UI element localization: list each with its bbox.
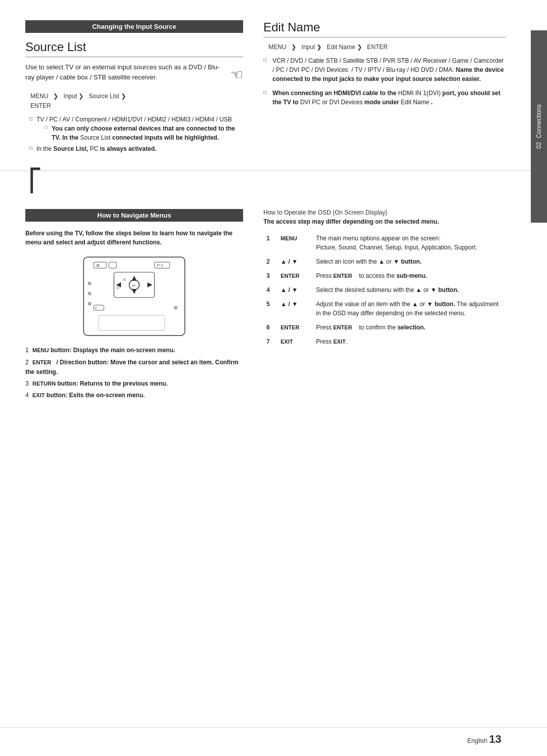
edit-name-menu-path: MENU ❯ Input ❯ Edit Name ❯ ENTER	[263, 43, 505, 52]
osd-column: How to Operate the OSD (On Screen Displa…	[263, 209, 505, 712]
svg-text:⊠: ⊠	[88, 291, 92, 296]
step-6-key: ENTER	[278, 320, 313, 334]
hand-icon: ☜	[230, 64, 243, 86]
step-2-key: ▲ / ▼	[278, 255, 313, 269]
svg-marker-8	[147, 282, 152, 287]
svg-text:⊠: ⊠	[88, 281, 92, 286]
instruction-4: 4 EXIT button: Exits the on-screen menu.	[25, 391, 243, 400]
edit-name-bullets: VCR / DVD / Cable STB / Satellite STB / …	[263, 56, 505, 107]
svg-text:↵: ↵	[132, 283, 136, 288]
page-container: 02 Connections Changing the Input Source…	[0, 0, 547, 756]
step-4-desc: Select the desired submenu with the ▲ or…	[313, 283, 505, 297]
svg-rect-17	[99, 315, 165, 330]
step-3-num: 3	[263, 269, 278, 283]
source-list-bullets: TV / PC / AV / Component / HDMI1/DVI / H…	[29, 115, 243, 153]
osd-subtitle: The access step may differ depending on …	[263, 218, 505, 225]
svg-rect-2	[109, 262, 116, 268]
source-list-item-1: TV / PC / AV / Component / HDMI1/DVI / H…	[29, 115, 243, 142]
source-list-intro-text: Use to select TV or an external input so…	[25, 63, 219, 81]
remote-illustration: ⊠ ↵	[25, 255, 243, 338]
step-3-key: ENTER	[278, 269, 313, 283]
osd-step-7: 7 EXIT Press EXIT.	[263, 334, 505, 349]
navigate-menus-intro: Before using the TV, follow the steps be…	[25, 229, 243, 247]
step-6-desc: Press ENTER to confirm the selection.	[313, 320, 505, 334]
source-list-sub-item-1: You can only choose external devices tha…	[45, 124, 243, 142]
edit-name-column: Edit Name MENU ❯ Input ❯ Edit Name ❯ ENT…	[263, 20, 505, 155]
svg-rect-1	[94, 262, 106, 268]
osd-step-3: 3 ENTER Press ENTER to access the sub-me…	[263, 269, 505, 283]
bracket-symbol: ｢	[0, 176, 547, 194]
chapter-label: Connections	[535, 104, 542, 138]
step-1-num: 1	[263, 231, 278, 255]
osd-step-5: 5 ▲ / ▼ Adjust the value of an item with…	[263, 297, 505, 320]
chapter-tab: 02 Connections	[531, 30, 547, 223]
instruction-3: 3 RETURN button: Returns to the previous…	[25, 379, 243, 389]
edit-name-item-2: When connecting an HDMI/DVI cable to the…	[263, 89, 505, 107]
osd-steps-table: 1 MENU The main menu options appear on t…	[263, 231, 505, 349]
osd-step-4: 4 ▲ / ▼ Select the desired submenu with …	[263, 283, 505, 297]
source-list-item-2: In the Source List, PC is always activat…	[29, 144, 243, 153]
svg-text:S: S	[123, 277, 126, 282]
step-4-key: ▲ / ▼	[278, 283, 313, 297]
edit-name-item-1: VCR / DVD / Cable STB / Satellite STB / …	[263, 56, 505, 83]
navigate-menus-header: How to Navigate Menus	[25, 209, 243, 222]
svg-text:D: D	[116, 286, 119, 289]
svg-text:↩: ↩	[95, 306, 98, 310]
step-4-num: 4	[263, 283, 278, 297]
step-5-key: ▲ / ▼	[278, 297, 313, 320]
svg-text:⊠: ⊠	[96, 263, 100, 268]
step-7-key: EXIT	[278, 334, 313, 349]
svg-text:P C: P C	[157, 263, 164, 268]
step-2-desc: Select an icon with the ▲ or ▼ button.	[313, 255, 505, 269]
svg-text:⊠: ⊠	[174, 305, 178, 310]
source-list-column: Changing the Input Source Source List Us…	[25, 20, 243, 155]
osd-step-6: 6 ENTER Press ENTER to confirm the selec…	[263, 320, 505, 334]
step-7-num: 7	[263, 334, 278, 349]
step-3-desc: Press ENTER to access the sub-menu.	[313, 269, 505, 283]
bottom-section: How to Navigate Menus Before using the T…	[0, 194, 547, 727]
top-section: Changing the Input Source Source List Us…	[0, 0, 547, 171]
step-5-desc: Adjust the value of an item with the ▲ o…	[313, 297, 505, 320]
navigate-menus-column: How to Navigate Menus Before using the T…	[25, 209, 243, 712]
page-number: 13	[489, 733, 501, 745]
step-1-desc: The main menu options appear on the scre…	[313, 231, 505, 255]
footer: English 13	[0, 727, 547, 756]
instruction-2: 2 ENTER / Direction button: Move the cur…	[25, 358, 243, 377]
source-list-sub-bullets: You can only choose external devices tha…	[45, 124, 243, 142]
step-5-num: 5	[263, 297, 278, 320]
remote-svg: ⊠ ↵	[79, 255, 190, 338]
source-list-title: Source List	[25, 40, 243, 57]
source-list-intro: Use to select TV or an external input so…	[25, 62, 243, 86]
svg-text:⊠: ⊠	[88, 301, 92, 306]
osd-title: How to Operate the OSD (On Screen Displa…	[263, 209, 505, 216]
footer-language: English	[467, 737, 487, 744]
edit-name-title: Edit Name	[263, 20, 505, 37]
osd-step-2: 2 ▲ / ▼ Select an icon with the ▲ or ▼ b…	[263, 255, 505, 269]
step-6-num: 6	[263, 320, 278, 334]
step-2-num: 2	[263, 255, 278, 269]
step-7-desc: Press EXIT.	[313, 334, 505, 349]
source-list-menu-path: MENU ❯ Input ❯ Source List ❯ENTER	[25, 92, 243, 111]
chapter-number: 02	[535, 142, 542, 149]
osd-step-1: 1 MENU The main menu options appear on t…	[263, 231, 505, 255]
step-1-key: MENU	[278, 231, 313, 255]
instruction-list: 1 MENU button: Displays the main on-scre…	[25, 346, 243, 400]
instruction-1: 1 MENU button: Displays the main on-scre…	[25, 346, 243, 355]
changing-input-source-header: Changing the Input Source	[25, 20, 243, 33]
